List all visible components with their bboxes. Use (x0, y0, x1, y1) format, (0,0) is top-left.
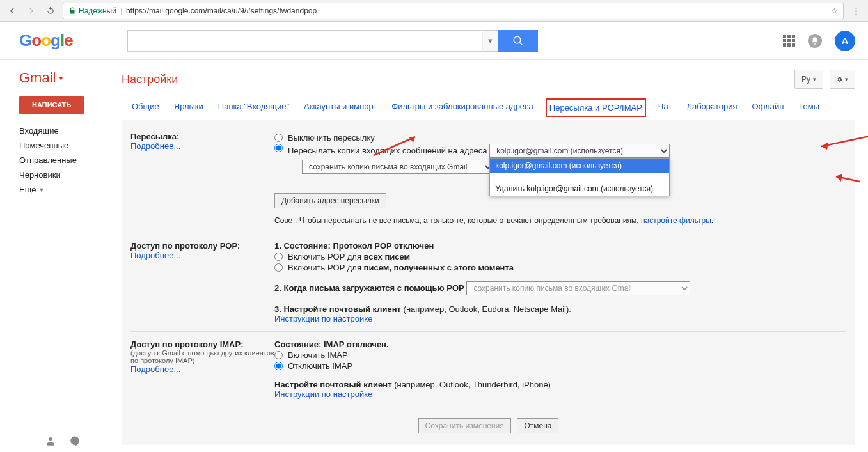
nav-drafts[interactable]: Черновики (19, 168, 122, 182)
imap-instructions-link[interactable]: Инструкции по настройке (274, 389, 372, 399)
forwarding-learn-more-link[interactable]: Подробнее... (130, 141, 180, 151)
pop-status-value: Протокол POP отключен (333, 241, 434, 251)
tab-7[interactable]: Лаборатория (684, 98, 739, 117)
forwarding-filters-link[interactable]: настройте фильтры (641, 216, 711, 225)
imap-status-value: IMAP отключен. (324, 339, 389, 349)
imap-disable-label: Отключить IMAP (288, 361, 352, 371)
pop-enable-all-radio[interactable] (274, 253, 283, 261)
imap-enable-radio[interactable] (274, 351, 283, 359)
svg-line-4 (836, 176, 860, 182)
forwarding-tip-text: Совет. Чтобы пересылать не все письма, а… (274, 216, 641, 225)
chevron-down-icon: ▼ (39, 187, 45, 193)
hangouts-icon[interactable] (69, 435, 81, 447)
tab-1[interactable]: Ярлыки (171, 98, 206, 117)
forwarding-copy-label: Пересылать копии входящих сообщений на а… (288, 146, 487, 155)
gmail-logo-text: Gmail (19, 70, 56, 86)
secure-badge: Надежный (68, 6, 116, 15)
star-icon[interactable]: ☆ (831, 6, 838, 15)
menu-button[interactable]: ⋮ (849, 4, 863, 18)
imap-disable-radio[interactable] (274, 362, 283, 370)
tab-8[interactable]: Офлайн (750, 98, 787, 117)
search-icon (512, 35, 524, 47)
pop-learn-more-link[interactable]: Подробнее... (130, 251, 180, 260)
pop-enable-now-bold: писем, полученных с этого момента (364, 263, 514, 272)
settings-pane: Пересылка: Подробнее... Выключить пересы… (122, 120, 855, 445)
pop-enable-now-radio[interactable] (274, 263, 283, 272)
pop-label: Доступ по протоколу POP: (130, 241, 274, 251)
pop-enable-all-bold: всех писем (364, 252, 411, 261)
secure-label: Надежный (79, 6, 116, 15)
pop-enable-all-label: Включить POP для (288, 252, 364, 261)
settings-button[interactable]: ▾ (830, 70, 855, 89)
section-imap: Доступ по протоколу IMAP: (доступ к Gmai… (130, 332, 846, 407)
compose-button[interactable]: НАПИСАТЬ (19, 96, 84, 114)
imap-learn-more-link[interactable]: Подробнее... (130, 364, 180, 374)
save-button[interactable]: Сохранить изменения (418, 418, 511, 433)
search-box: ▾ (127, 30, 538, 52)
reload-button[interactable] (43, 4, 58, 18)
svg-marker-5 (836, 174, 842, 182)
pop-whendl-select[interactable]: сохранить копию письма во входящих Gmail (466, 281, 690, 295)
cancel-button[interactable]: Отмена (517, 418, 558, 433)
apps-icon[interactable] (783, 35, 795, 47)
avatar[interactable]: А (835, 31, 855, 51)
pop-whendl-label: 2. Когда письма загружаются с помощью PO… (274, 283, 464, 293)
forwarding-disable-label: Выключить пересылку (288, 133, 375, 143)
footer-info: Использовано 0 ГБ (0%) из 15 ГБ Управлен… (122, 445, 855, 452)
gmail-caret-icon: ▼ (58, 75, 64, 82)
nav-starred[interactable]: Помеченные (19, 138, 122, 153)
forwarding-disable-radio[interactable] (274, 134, 283, 142)
language-button[interactable]: Ру ▾ (794, 70, 823, 89)
search-button[interactable] (498, 30, 538, 52)
settings-tabs: ОбщиеЯрлыкиПапка "Входящие"Аккаунты и им… (122, 98, 855, 117)
tab-4[interactable]: Фильтры и заблокированные адреса (389, 98, 535, 117)
forwarding-address-dropdown: kolp.igor@gmail.com (используется) -- Уд… (489, 158, 670, 196)
nav-sent[interactable]: Отправленные (19, 153, 122, 168)
imap-status-label: Состояние: (274, 339, 324, 349)
tab-5[interactable]: Пересылка и POP/IMAP (546, 98, 646, 117)
nav-more[interactable]: Ещё ▼ (19, 182, 122, 197)
footer-actions: Сохранить изменения Отмена (130, 407, 846, 437)
tab-6[interactable]: Чат (656, 98, 675, 117)
lock-icon (68, 7, 76, 15)
forwarding-tip: Совет. Чтобы пересылать не все письма, а… (274, 216, 846, 225)
tab-2[interactable]: Папка "Входящие" (216, 98, 292, 117)
imap-enable-label: Включить IMAP (288, 350, 348, 360)
pop-status-label: 1. Состояние: (274, 241, 333, 251)
pop-client-label: 3. Настройте почтовый клиент (274, 304, 404, 314)
forwarding-dropdown-separator: -- (490, 173, 669, 182)
back-button[interactable] (5, 4, 19, 18)
language-button-label: Ру (801, 75, 810, 84)
forwarding-dropdown-item-delete[interactable]: Удалить kolp.igor@gmail.com (используетс… (490, 182, 669, 196)
search-dropdown-toggle[interactable]: ▾ (482, 30, 498, 52)
forwarding-address-select[interactable]: kolp.igor@gmail.com (используется) (489, 144, 670, 158)
forwarding-keep-select[interactable]: сохранить копию письма во входящих Gmail (302, 160, 494, 174)
forwarding-enable-radio[interactable] (274, 144, 283, 152)
browser-chrome: Надежный | https://mail.google.com/mail/… (0, 0, 868, 22)
tab-3[interactable]: Аккаунты и импорт (301, 98, 379, 117)
google-logo[interactable]: Google (19, 31, 73, 51)
section-pop: Доступ по протоколу POP: Подробнее... 1.… (130, 233, 846, 332)
pop-enable-now-label: Включить POP для (288, 263, 364, 272)
imap-client-example: (например, Outlook, Thunderbird, iPhone) (394, 380, 551, 389)
imap-client-label: Настройте почтовый клиент (274, 380, 394, 389)
chevron-down-icon: ▾ (845, 76, 848, 82)
gmail-logo[interactable]: Gmail ▼ (0, 70, 122, 96)
tab-9[interactable]: Темы (796, 98, 822, 117)
sidebar: Gmail ▼ НАПИСАТЬ Входящие Помеченные Отп… (0, 60, 122, 452)
tab-0[interactable]: Общие (129, 98, 162, 117)
imap-label: Доступ по протоколу IMAP: (130, 339, 274, 349)
page-title: Настройки (122, 73, 178, 86)
nav-more-label: Ещё (19, 185, 36, 194)
forward-button[interactable] (24, 4, 38, 18)
nav-inbox[interactable]: Входящие (19, 123, 122, 138)
person-icon[interactable] (45, 435, 56, 447)
notifications-icon[interactable] (808, 34, 822, 48)
add-forwarding-address-button[interactable]: Добавить адрес пересылки (274, 193, 386, 208)
search-input[interactable] (127, 30, 482, 52)
google-header: Google ▾ А (0, 22, 868, 60)
forwarding-dropdown-item-selected[interactable]: kolp.igor@gmail.com (используется) (490, 159, 669, 173)
url-bar[interactable]: Надежный | https://mail.google.com/mail/… (63, 3, 844, 19)
content: Настройки Ру ▾ ▾ ОбщиеЯрлыкиПапка "Входя… (122, 60, 868, 452)
pop-instructions-link[interactable]: Инструкции по настройке (274, 314, 372, 323)
